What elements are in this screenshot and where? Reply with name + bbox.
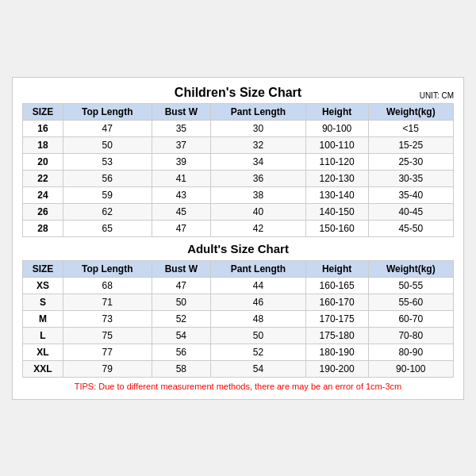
adult-col-top-length: Top Length <box>63 260 152 277</box>
adult-table-body: XS684744160-16550-55S715046160-17055-60M… <box>23 277 454 377</box>
table-cell: 45-50 <box>368 220 453 236</box>
table-cell: 52 <box>152 310 211 327</box>
adult-col-bust-w: Bust W <box>152 260 211 277</box>
table-cell: 46 <box>211 294 306 310</box>
table-cell: 150-160 <box>305 220 368 236</box>
title-row: Children's Size Chart UNIT: CM <box>22 86 454 100</box>
table-row: 22564136120-13030-35 <box>23 170 454 186</box>
table-cell: 79 <box>63 360 152 377</box>
table-cell: 20 <box>23 153 63 170</box>
table-row: XXL795854190-20090-100 <box>23 360 454 377</box>
table-cell: 44 <box>211 277 306 294</box>
table-cell: 34 <box>211 153 306 170</box>
table-cell: 130-140 <box>305 186 368 203</box>
table-cell: L <box>23 327 63 344</box>
unit-label: UNIT: CM <box>420 91 454 100</box>
table-cell: 60-70 <box>368 310 453 327</box>
children-header-row: SIZE Top Length Bust W Pant Length Heigh… <box>23 103 454 120</box>
table-cell: 50 <box>211 327 306 344</box>
table-cell: 160-165 <box>305 277 368 294</box>
table-cell: 50-55 <box>368 277 453 294</box>
table-cell: 45 <box>152 203 211 220</box>
table-cell: XXL <box>23 360 63 377</box>
table-cell: 52 <box>211 344 306 360</box>
adult-col-size: SIZE <box>23 260 63 277</box>
table-cell: <15 <box>368 120 453 136</box>
table-row: 1647353090-100<15 <box>23 120 454 136</box>
adult-chart-title: Adult's Size Chart <box>23 236 454 260</box>
table-cell: 26 <box>23 203 63 220</box>
table-cell: 16 <box>23 120 63 136</box>
table-cell: 160-170 <box>305 294 368 310</box>
adult-col-height: Height <box>305 260 368 277</box>
adult-col-weight: Weight(kg) <box>368 260 453 277</box>
table-cell: 175-180 <box>305 327 368 344</box>
table-cell: 70-80 <box>368 327 453 344</box>
table-cell: 80-90 <box>368 344 453 360</box>
table-row: 26624540140-15040-45 <box>23 203 454 220</box>
table-cell: 41 <box>152 170 211 186</box>
table-cell: 18 <box>23 136 63 153</box>
table-cell: 30-35 <box>368 170 453 186</box>
table-cell: 180-190 <box>305 344 368 360</box>
table-cell: XS <box>23 277 63 294</box>
table-cell: S <box>23 294 63 310</box>
table-row: 20533934110-12025-30 <box>23 153 454 170</box>
table-cell: 42 <box>211 220 306 236</box>
table-cell: 38 <box>211 186 306 203</box>
table-cell: 50 <box>152 294 211 310</box>
table-cell: 24 <box>23 186 63 203</box>
table-row: S715046160-17055-60 <box>23 294 454 310</box>
table-cell: 90-100 <box>305 120 368 136</box>
table-cell: 56 <box>152 344 211 360</box>
table-cell: 48 <box>211 310 306 327</box>
table-cell: 32 <box>211 136 306 153</box>
table-cell: 65 <box>63 220 152 236</box>
table-cell: 110-120 <box>305 153 368 170</box>
col-pant-length: Pant Length <box>211 103 306 120</box>
table-cell: 140-150 <box>305 203 368 220</box>
table-cell: 39 <box>152 153 211 170</box>
table-cell: 59 <box>63 186 152 203</box>
table-cell: 75 <box>63 327 152 344</box>
col-top-length: Top Length <box>63 103 152 120</box>
chart-container: Children's Size Chart UNIT: CM SIZE Top … <box>12 77 464 400</box>
table-cell: 53 <box>63 153 152 170</box>
table-cell: XL <box>23 344 63 360</box>
children-size-table: SIZE Top Length Bust W Pant Length Heigh… <box>22 103 454 378</box>
table-cell: 40-45 <box>368 203 453 220</box>
table-row: 28654742150-16045-50 <box>23 220 454 236</box>
col-height: Height <box>305 103 368 120</box>
table-cell: 47 <box>63 120 152 136</box>
table-cell: 37 <box>152 136 211 153</box>
table-cell: 47 <box>152 220 211 236</box>
adult-title-row: Adult's Size Chart <box>23 236 454 260</box>
col-size: SIZE <box>23 103 63 120</box>
table-cell: 170-175 <box>305 310 368 327</box>
table-cell: 28 <box>23 220 63 236</box>
table-cell: 71 <box>63 294 152 310</box>
table-cell: 30 <box>211 120 306 136</box>
table-cell: 90-100 <box>368 360 453 377</box>
table-cell: 58 <box>152 360 211 377</box>
table-cell: 35-40 <box>368 186 453 203</box>
table-cell: 43 <box>152 186 211 203</box>
adult-header-row: SIZE Top Length Bust W Pant Length Heigh… <box>23 260 454 277</box>
table-cell: 22 <box>23 170 63 186</box>
table-cell: 77 <box>63 344 152 360</box>
table-cell: M <box>23 310 63 327</box>
table-cell: 54 <box>211 360 306 377</box>
tips-text: TIPS: Due to different measurement metho… <box>22 382 454 391</box>
children-chart-title: Children's Size Chart <box>175 86 301 100</box>
adult-col-pant-length: Pant Length <box>211 260 306 277</box>
table-row: L755450175-18070-80 <box>23 327 454 344</box>
table-row: 18503732100-11015-25 <box>23 136 454 153</box>
table-cell: 47 <box>152 277 211 294</box>
table-cell: 36 <box>211 170 306 186</box>
children-table-body: 1647353090-100<1518503732100-11015-25205… <box>23 120 454 236</box>
table-cell: 120-130 <box>305 170 368 186</box>
table-row: XL775652180-19080-90 <box>23 344 454 360</box>
col-bust-w: Bust W <box>152 103 211 120</box>
table-cell: 100-110 <box>305 136 368 153</box>
col-weight: Weight(kg) <box>368 103 453 120</box>
